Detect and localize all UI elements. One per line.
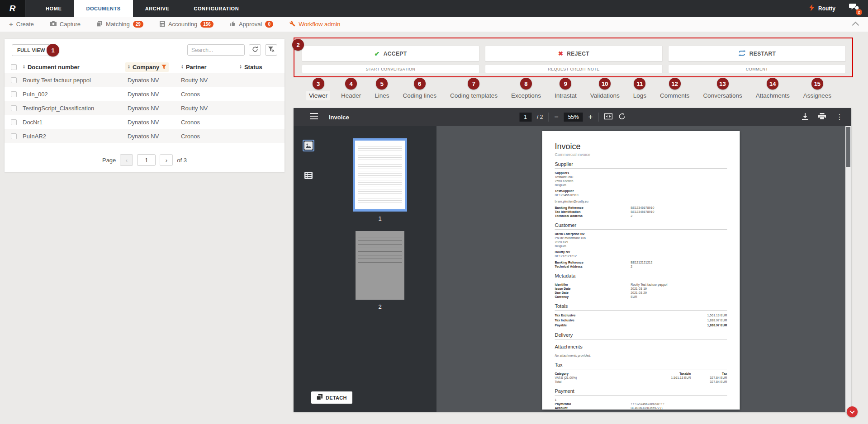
approval-button[interactable]: Approval 0 xyxy=(230,21,273,28)
page-thumbnail-2[interactable] xyxy=(356,231,404,300)
tab-label: Lines xyxy=(372,91,392,100)
nav-documents[interactable]: DOCUMENTS xyxy=(74,0,133,17)
start-conversation-button[interactable]: START CONVERSATION xyxy=(302,65,479,73)
accounting-button[interactable]: Accounting 156 xyxy=(160,21,213,28)
refresh-icon xyxy=(252,46,258,54)
next-page-button[interactable]: › xyxy=(160,154,173,166)
tab-validations[interactable]: 10 Validations xyxy=(583,78,626,100)
full-view-button[interactable]: FULL VIEW xyxy=(12,44,51,56)
table-row[interactable]: PuIn_002 Dynatos NV Cronos xyxy=(5,87,285,101)
kv-key: Issue Date xyxy=(555,287,631,291)
tab-lines[interactable]: 5 Lines xyxy=(368,78,396,100)
nav-archive[interactable]: ARCHIVE xyxy=(133,0,182,17)
user-menu[interactable]: Routty xyxy=(809,4,835,13)
restart-button[interactable]: RESTART xyxy=(668,46,846,61)
column-header-document-number[interactable]: Document number xyxy=(23,64,128,71)
top-navigation: R HOME DOCUMENTS ARCHIVE CONFIGURATION R… xyxy=(0,0,868,17)
table-row[interactable]: PuInAR2 Dynatos NV Cronos xyxy=(5,129,285,143)
detail-tabs: 3 Viewer 4 Header 5 Lines 6 Coding lines… xyxy=(302,78,838,100)
refresh-button[interactable] xyxy=(249,44,261,56)
detach-button[interactable]: DETACH xyxy=(311,391,352,404)
tab-exceptions[interactable]: 8 Exceptions xyxy=(504,78,548,100)
document-canvas: Invoice Commercial invoice Supplier Supp… xyxy=(436,126,845,412)
routty-logo[interactable]: R xyxy=(0,0,25,17)
table-row[interactable]: DocNr1 Dynatos NV Cronos xyxy=(5,115,285,129)
nav-configuration[interactable]: CONFIGURATION xyxy=(181,0,251,17)
section-heading-supplier: Supplier xyxy=(555,161,727,169)
column-header-partner[interactable]: Partner xyxy=(181,64,239,71)
clear-filter-button[interactable] xyxy=(265,44,277,56)
select-all-checkbox[interactable] xyxy=(11,64,17,70)
tab-coding-templates[interactable]: 7 Coding templates xyxy=(443,78,504,100)
row-checkbox[interactable] xyxy=(11,105,17,111)
hamburger-menu-icon[interactable] xyxy=(310,113,318,121)
kv-key: Due Date xyxy=(555,291,631,295)
table-row[interactable]: Routty Test factuur peppol Dynatos NV Ro… xyxy=(5,73,285,87)
tab-label: Coding lines xyxy=(400,91,439,100)
wrench-icon xyxy=(289,21,295,28)
tab-assignees[interactable]: 15 Assignees xyxy=(797,78,838,100)
tab-viewer[interactable]: 3 Viewer xyxy=(302,78,334,100)
print-button[interactable] xyxy=(818,113,826,122)
table-header-row: Document number Company Partner Status xyxy=(5,61,285,73)
zoom-out-button[interactable]: − xyxy=(554,113,558,121)
tab-conversations[interactable]: 13 Conversations xyxy=(696,78,749,100)
total-key: Tax Exclusive xyxy=(555,313,576,318)
pdf-scrollbar[interactable] xyxy=(845,126,851,412)
kebab-menu-icon[interactable]: ⋮ xyxy=(836,113,843,121)
filter-funnel-icon[interactable] xyxy=(161,64,166,71)
request-credit-note-button[interactable]: REQUEST CREDIT NOTE xyxy=(485,65,663,73)
check-icon: ✔ xyxy=(375,50,380,57)
pdf-scrollbar-thumb[interactable] xyxy=(846,127,850,167)
page-number-input[interactable] xyxy=(137,154,156,166)
sort-icon xyxy=(128,65,130,69)
capture-button[interactable]: Capture xyxy=(50,21,81,28)
row-checkbox[interactable] xyxy=(11,119,17,125)
outline-view-button[interactable] xyxy=(303,170,314,181)
tab-coding-lines[interactable]: 6 Coding lines xyxy=(396,78,443,100)
chat-badge: 2 xyxy=(856,9,862,15)
rotate-button[interactable] xyxy=(618,113,626,122)
column-header-company[interactable]: Company xyxy=(128,62,181,72)
search-input[interactable] xyxy=(187,44,245,56)
reject-button[interactable]: ✖ REJECT xyxy=(485,46,663,61)
tab-comments[interactable]: 12 Comments xyxy=(653,78,696,100)
customer-address-line: 2020 Kiel xyxy=(555,240,727,244)
annotation-badge-1: 1 xyxy=(47,44,59,57)
matching-button[interactable]: Matching 29 xyxy=(97,21,143,28)
pdf-page-input[interactable] xyxy=(519,113,531,122)
collapse-toolbar-chevron-icon[interactable] xyxy=(852,22,859,29)
page-label: Page xyxy=(102,157,116,164)
create-button[interactable]: + Create xyxy=(9,20,34,28)
row-checkbox[interactable] xyxy=(11,133,17,139)
thumbnails-view-button[interactable] xyxy=(303,140,314,151)
thumbnail-2-label: 2 xyxy=(378,303,381,310)
scroll-down-fab[interactable] xyxy=(847,406,858,417)
comment-button[interactable]: COMMENT xyxy=(668,65,846,73)
zoom-in-button[interactable]: + xyxy=(588,113,593,121)
tab-header[interactable]: 4 Header xyxy=(334,78,368,100)
user-name: Routty xyxy=(818,5,835,12)
workflow-admin-button[interactable]: Workflow admin xyxy=(289,21,340,28)
row-checkbox[interactable] xyxy=(11,91,17,97)
column-header-status[interactable]: Status xyxy=(239,64,285,71)
total-key: Tax Inclusive xyxy=(555,318,574,323)
annotation-badge-8: 8 xyxy=(520,78,532,90)
accept-button[interactable]: ✔ ACCEPT xyxy=(302,46,479,61)
cell-partner: Cronos xyxy=(181,133,239,140)
row-checkbox[interactable] xyxy=(11,77,17,83)
annotation-badge-14: 14 xyxy=(767,78,778,90)
zoom-level[interactable]: 55% xyxy=(564,113,583,122)
tab-logs[interactable]: 11 Logs xyxy=(626,78,653,100)
tab-intrastat[interactable]: 9 Intrastat xyxy=(548,78,583,100)
fit-width-button[interactable] xyxy=(604,113,612,122)
detach-label: DETACH xyxy=(326,395,347,400)
page-thumbnail-1[interactable] xyxy=(353,138,407,212)
column-label: Status xyxy=(244,64,262,71)
nav-home[interactable]: HOME xyxy=(33,0,74,17)
notifications-button[interactable]: 2 xyxy=(849,4,859,13)
prev-page-button[interactable]: ‹ xyxy=(120,154,133,166)
tab-attachments[interactable]: 14 Attachments xyxy=(749,78,797,100)
download-button[interactable] xyxy=(802,113,808,122)
table-row[interactable]: TestingScript_Classification Dynatos NV … xyxy=(5,101,285,115)
